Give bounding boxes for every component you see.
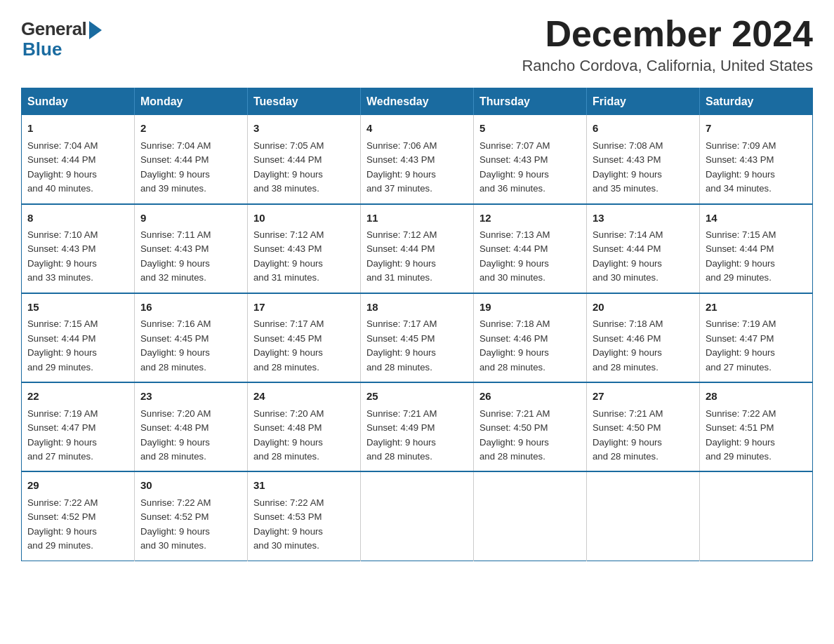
header-wednesday: Wednesday — [361, 88, 474, 116]
calendar-week-2: 8Sunrise: 7:10 AMSunset: 4:43 PMDaylight… — [22, 204, 813, 293]
day-number: 2 — [140, 121, 241, 137]
day-info: Sunrise: 7:15 AMSunset: 4:44 PMDaylight:… — [706, 229, 776, 283]
day-number: 6 — [593, 121, 694, 137]
header-sunday: Sunday — [22, 88, 135, 116]
calendar-cell: 18Sunrise: 7:17 AMSunset: 4:45 PMDayligh… — [361, 293, 474, 382]
day-number: 18 — [366, 300, 468, 316]
calendar-cell — [587, 471, 700, 561]
day-info: Sunrise: 7:15 AMSunset: 4:44 PMDaylight:… — [27, 318, 98, 372]
day-info: Sunrise: 7:21 AMSunset: 4:49 PMDaylight:… — [366, 408, 437, 462]
day-number: 15 — [27, 300, 128, 316]
day-info: Sunrise: 7:11 AMSunset: 4:43 PMDaylight:… — [140, 229, 211, 283]
day-info: Sunrise: 7:19 AMSunset: 4:47 PMDaylight:… — [706, 318, 776, 372]
calendar-week-5: 29Sunrise: 7:22 AMSunset: 4:52 PMDayligh… — [22, 471, 813, 561]
location-title: Rancho Cordova, California, United State… — [522, 57, 813, 75]
header-monday: Monday — [135, 88, 248, 116]
day-info: Sunrise: 7:04 AMSunset: 4:44 PMDaylight:… — [140, 140, 211, 194]
calendar-week-1: 1Sunrise: 7:04 AMSunset: 4:44 PMDaylight… — [22, 115, 813, 203]
day-number: 8 — [27, 210, 128, 227]
title-area: December 2024 Rancho Cordova, California… — [522, 14, 813, 75]
calendar-cell: 16Sunrise: 7:16 AMSunset: 4:45 PMDayligh… — [135, 293, 248, 382]
calendar-cell: 11Sunrise: 7:12 AMSunset: 4:44 PMDayligh… — [361, 204, 474, 293]
calendar-cell: 27Sunrise: 7:21 AMSunset: 4:50 PMDayligh… — [587, 382, 700, 471]
day-info: Sunrise: 7:20 AMSunset: 4:48 PMDaylight:… — [140, 408, 211, 462]
calendar-cell: 9Sunrise: 7:11 AMSunset: 4:43 PMDaylight… — [135, 204, 248, 293]
day-info: Sunrise: 7:07 AMSunset: 4:43 PMDaylight:… — [479, 140, 550, 194]
calendar-cell — [700, 471, 813, 561]
day-info: Sunrise: 7:22 AMSunset: 4:51 PMDaylight:… — [706, 408, 776, 462]
day-info: Sunrise: 7:04 AMSunset: 4:44 PMDaylight:… — [27, 140, 98, 194]
day-number: 9 — [140, 210, 241, 227]
day-number: 25 — [366, 389, 468, 405]
calendar-cell: 5Sunrise: 7:07 AMSunset: 4:43 PMDaylight… — [474, 115, 587, 203]
day-info: Sunrise: 7:10 AMSunset: 4:43 PMDaylight:… — [27, 229, 98, 283]
day-number: 22 — [27, 389, 128, 405]
calendar-cell: 8Sunrise: 7:10 AMSunset: 4:43 PMDaylight… — [22, 204, 135, 293]
day-number: 27 — [593, 389, 694, 405]
day-number: 10 — [253, 210, 355, 227]
calendar-cell: 24Sunrise: 7:20 AMSunset: 4:48 PMDayligh… — [248, 382, 361, 471]
calendar-cell: 20Sunrise: 7:18 AMSunset: 4:46 PMDayligh… — [587, 293, 700, 382]
day-info: Sunrise: 7:20 AMSunset: 4:48 PMDaylight:… — [253, 408, 324, 462]
day-info: Sunrise: 7:22 AMSunset: 4:52 PMDaylight:… — [27, 497, 98, 551]
calendar-cell: 4Sunrise: 7:06 AMSunset: 4:43 PMDaylight… — [361, 115, 474, 203]
calendar-cell: 22Sunrise: 7:19 AMSunset: 4:47 PMDayligh… — [22, 382, 135, 471]
calendar-cell: 30Sunrise: 7:22 AMSunset: 4:52 PMDayligh… — [135, 471, 248, 561]
day-number: 13 — [593, 210, 694, 227]
day-number: 3 — [253, 121, 355, 137]
day-number: 11 — [366, 210, 468, 227]
day-number: 12 — [479, 210, 581, 227]
day-info: Sunrise: 7:17 AMSunset: 4:45 PMDaylight:… — [253, 318, 324, 372]
header: General Blue December 2024 Rancho Cordov… — [21, 14, 813, 75]
header-friday: Friday — [587, 88, 700, 116]
day-info: Sunrise: 7:19 AMSunset: 4:47 PMDaylight:… — [27, 408, 98, 462]
day-info: Sunrise: 7:09 AMSunset: 4:43 PMDaylight:… — [706, 140, 776, 194]
day-number: 23 — [140, 389, 241, 405]
calendar-cell: 1Sunrise: 7:04 AMSunset: 4:44 PMDaylight… — [22, 115, 135, 203]
day-number: 31 — [253, 478, 355, 494]
day-number: 4 — [366, 121, 468, 137]
day-info: Sunrise: 7:22 AMSunset: 4:53 PMDaylight:… — [253, 497, 324, 551]
calendar-table: SundayMondayTuesdayWednesdayThursdayFrid… — [21, 88, 813, 561]
calendar-cell: 6Sunrise: 7:08 AMSunset: 4:43 PMDaylight… — [587, 115, 700, 203]
calendar-cell: 26Sunrise: 7:21 AMSunset: 4:50 PMDayligh… — [474, 382, 587, 471]
logo-blue-text: Blue — [22, 39, 62, 60]
day-number: 26 — [479, 389, 581, 405]
day-number: 17 — [253, 300, 355, 316]
calendar-cell: 10Sunrise: 7:12 AMSunset: 4:43 PMDayligh… — [248, 204, 361, 293]
calendar-cell: 13Sunrise: 7:14 AMSunset: 4:44 PMDayligh… — [587, 204, 700, 293]
day-number: 21 — [706, 300, 807, 316]
logo: General Blue — [21, 14, 102, 60]
day-info: Sunrise: 7:17 AMSunset: 4:45 PMDaylight:… — [366, 318, 437, 372]
header-saturday: Saturday — [700, 88, 813, 116]
calendar-week-3: 15Sunrise: 7:15 AMSunset: 4:44 PMDayligh… — [22, 293, 813, 382]
day-info: Sunrise: 7:12 AMSunset: 4:43 PMDaylight:… — [253, 229, 324, 283]
day-number: 5 — [479, 121, 581, 137]
day-info: Sunrise: 7:05 AMSunset: 4:44 PMDaylight:… — [253, 140, 324, 194]
day-info: Sunrise: 7:14 AMSunset: 4:44 PMDaylight:… — [593, 229, 663, 283]
header-tuesday: Tuesday — [248, 88, 361, 116]
month-title: December 2024 — [522, 14, 813, 54]
calendar-cell: 17Sunrise: 7:17 AMSunset: 4:45 PMDayligh… — [248, 293, 361, 382]
calendar-cell: 3Sunrise: 7:05 AMSunset: 4:44 PMDaylight… — [248, 115, 361, 203]
day-number: 16 — [140, 300, 241, 316]
logo-general-text: General — [21, 18, 86, 40]
day-number: 19 — [479, 300, 581, 316]
day-info: Sunrise: 7:18 AMSunset: 4:46 PMDaylight:… — [593, 318, 663, 372]
calendar-week-4: 22Sunrise: 7:19 AMSunset: 4:47 PMDayligh… — [22, 382, 813, 471]
calendar-cell: 15Sunrise: 7:15 AMSunset: 4:44 PMDayligh… — [22, 293, 135, 382]
day-info: Sunrise: 7:21 AMSunset: 4:50 PMDaylight:… — [479, 408, 550, 462]
day-info: Sunrise: 7:06 AMSunset: 4:43 PMDaylight:… — [366, 140, 437, 194]
calendar-cell: 7Sunrise: 7:09 AMSunset: 4:43 PMDaylight… — [700, 115, 813, 203]
calendar-cell: 2Sunrise: 7:04 AMSunset: 4:44 PMDaylight… — [135, 115, 248, 203]
day-info: Sunrise: 7:21 AMSunset: 4:50 PMDaylight:… — [593, 408, 663, 462]
calendar-cell: 23Sunrise: 7:20 AMSunset: 4:48 PMDayligh… — [135, 382, 248, 471]
calendar-cell: 28Sunrise: 7:22 AMSunset: 4:51 PMDayligh… — [700, 382, 813, 471]
logo-arrow-icon — [89, 21, 102, 39]
calendar-cell — [474, 471, 587, 561]
day-info: Sunrise: 7:22 AMSunset: 4:52 PMDaylight:… — [140, 497, 211, 551]
day-number: 20 — [593, 300, 694, 316]
day-number: 7 — [706, 121, 807, 137]
day-info: Sunrise: 7:13 AMSunset: 4:44 PMDaylight:… — [479, 229, 550, 283]
day-number: 30 — [140, 478, 241, 494]
